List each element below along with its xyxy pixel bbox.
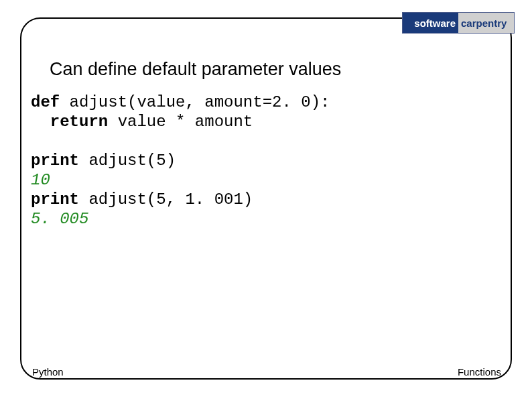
keyword-def: def bbox=[31, 93, 60, 111]
output-text: 5. 005 bbox=[31, 210, 88, 228]
keyword-return: return bbox=[50, 113, 108, 131]
keyword-print: print bbox=[31, 152, 79, 170]
code-text: adjust(5, 1. 001) bbox=[79, 190, 253, 209]
code-indent bbox=[31, 113, 50, 131]
code-block: def adjust(value, amount=2. 0): return v… bbox=[31, 93, 330, 229]
keyword-print: print bbox=[31, 190, 79, 209]
code-text: adjust(value, amount=2. 0): bbox=[60, 93, 330, 111]
code-text: adjust(5) bbox=[79, 152, 176, 170]
code-text: value * amount bbox=[108, 113, 253, 131]
footer-left: Python bbox=[32, 366, 64, 378]
logo-left-text: software bbox=[403, 17, 458, 29]
footer-right: Functions bbox=[458, 366, 501, 378]
logo: software carpentry bbox=[402, 12, 515, 34]
logo-right-text: carpentry bbox=[458, 17, 514, 29]
output-text: 10 bbox=[31, 171, 50, 189]
slide-title: Can define default parameter values bbox=[50, 59, 341, 80]
